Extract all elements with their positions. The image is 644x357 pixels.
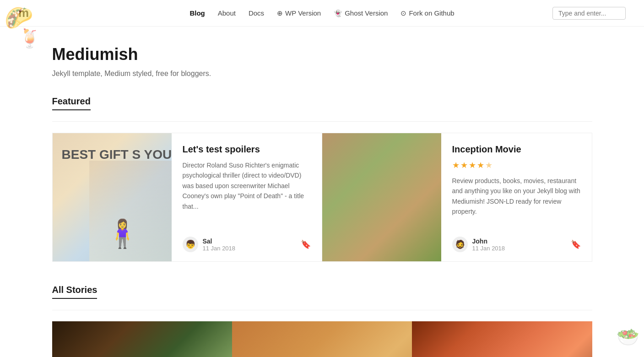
nav-link-blog[interactable]: Blog — [189, 9, 205, 17]
nav-link-github[interactable]: ⊙ Fork on Github — [400, 9, 454, 17]
card-2-author-date: 11 Jan 2018 — [472, 245, 505, 252]
navbar: m Blog About Docs ⊕ WP Version 👻 Ghost V… — [0, 0, 644, 27]
card-1-bookmark-icon[interactable]: 🔖 — [301, 239, 311, 249]
card-1-author-name: Sal — [203, 238, 236, 245]
card-1-title: Let's test spoilers — [183, 144, 311, 155]
card-2-title: Inception Movie — [452, 144, 581, 155]
card-1-body: Let's test spoilers Director Roland Suso… — [172, 133, 322, 261]
all-stories-section: All Stories 🍰 🥞 🍊 — [52, 285, 592, 357]
card-2-image: 🌮 🍹 🥗 — [322, 133, 441, 261]
story-1-image: 🍰 — [52, 321, 232, 357]
nav-link-ghost[interactable]: 👻 Ghost Version — [334, 9, 388, 17]
featured-grid: 🧍‍♀️ Let's test spoilers Director Roland… — [52, 133, 592, 262]
card-2-footer: 🧔 John 11 Jan 2018 🔖 — [452, 237, 581, 252]
hero-subtitle: Jekyll template, Medium styled, free for… — [52, 70, 592, 78]
featured-divider — [52, 121, 592, 122]
featured-heading: Featured — [52, 96, 91, 110]
hero-title: Mediumish — [52, 45, 592, 64]
story-card-1[interactable]: 🍰 — [52, 321, 232, 357]
card-1-author-info: Sal 11 Jan 2018 — [203, 238, 236, 252]
main-content: Mediumish Jekyll template, Medium styled… — [34, 27, 611, 357]
featured-card-1[interactable]: 🧍‍♀️ Let's test spoilers Director Roland… — [53, 133, 322, 261]
card-1-author: 👦 Sal 11 Jan 2018 — [183, 237, 236, 252]
nav-link-docs[interactable]: Docs — [249, 9, 264, 17]
stories-divider — [52, 310, 592, 310]
ghost-icon: 👻 — [334, 9, 342, 17]
stories-grid: 🍰 🥞 🍊 — [52, 321, 592, 357]
story-3-image: 🍊 — [412, 321, 592, 357]
card-1-excerpt: Director Roland Suso Richter's enigmatic… — [183, 160, 311, 211]
card-1-avatar: 👦 — [183, 237, 198, 252]
all-stories-heading: All Stories — [52, 285, 97, 299]
card-2-excerpt: Review products, books, movies, restaura… — [452, 176, 581, 217]
github-icon: ⊙ — [400, 9, 406, 17]
card-2-stars: ★★★★★ — [452, 160, 581, 170]
wordpress-icon: ⊕ — [277, 9, 283, 17]
nav-link-about[interactable]: About — [218, 9, 236, 17]
card-2-avatar: 🧔 — [452, 237, 468, 252]
card-1-footer: 👦 Sal 11 Jan 2018 🔖 — [183, 237, 311, 252]
card-2-author-info: John 11 Jan 2018 — [472, 238, 505, 252]
card-1-image: 🧍‍♀️ — [53, 133, 172, 261]
nav-link-wp[interactable]: ⊕ WP Version — [277, 9, 321, 17]
story-card-3[interactable]: 🍊 — [412, 321, 592, 357]
card-2-author: 🧔 John 11 Jan 2018 — [452, 237, 505, 252]
story-2-image: 🥞 — [232, 321, 412, 357]
hero-section: Mediumish Jekyll template, Medium styled… — [52, 45, 592, 78]
featured-card-2[interactable]: 🌮 🍹 🥗 Inception Movie ★★★★★ Review produ… — [322, 133, 592, 261]
card-1-author-date: 11 Jan 2018 — [203, 245, 236, 252]
nav-links: Blog About Docs ⊕ WP Version 👻 Ghost Ver… — [189, 9, 454, 17]
story-card-2[interactable]: 🥞 — [232, 321, 412, 357]
card-2-bookmark-icon[interactable]: 🔖 — [571, 239, 581, 249]
featured-section: Featured 🧍‍♀️ Let's test spoilers Direct… — [52, 96, 592, 262]
card-2-body: Inception Movie ★★★★★ Review products, b… — [441, 133, 592, 261]
search-input[interactable] — [552, 7, 626, 20]
card-2-author-name: John — [472, 238, 505, 245]
